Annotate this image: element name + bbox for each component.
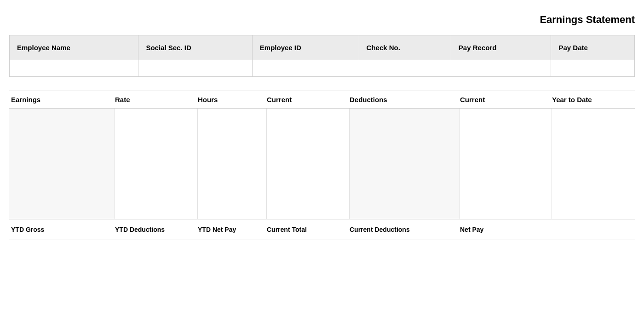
- current2-data-area: [460, 109, 552, 219]
- current2-column-header: Current: [460, 96, 552, 104]
- current-total-label: Current Total: [267, 226, 350, 233]
- earnings-column-header: Earnings: [9, 96, 115, 104]
- summary-empty: [552, 226, 635, 233]
- employee-name-value: [10, 60, 138, 77]
- header-employee-id: Employee ID: [252, 35, 359, 60]
- pay-record-value: [451, 60, 551, 77]
- page-title: Earnings Statement: [540, 14, 635, 26]
- header-table: Employee Name Social Sec. ID Employee ID…: [9, 35, 635, 77]
- hours-column-header: Hours: [198, 96, 267, 104]
- section-header-row: Earnings Rate Hours Current Deductions C…: [9, 91, 635, 109]
- deductions-data-area: [350, 109, 460, 219]
- header-employee-name: Employee Name: [10, 35, 138, 60]
- hours-data-area: [198, 109, 267, 219]
- deductions-column-header: Deductions: [350, 96, 460, 104]
- data-rows-area: [9, 109, 635, 219]
- social-sec-id-value: [138, 60, 252, 77]
- current-data-area: [267, 109, 350, 219]
- header-pay-record: Pay Record: [451, 35, 551, 60]
- ytd-data-area: [552, 109, 635, 219]
- rate-column-header: Rate: [115, 96, 198, 104]
- current-column-header: Current: [267, 96, 350, 104]
- summary-row: YTD Gross YTD Deductions YTD Net Pay Cur…: [9, 219, 635, 240]
- earnings-data-area: [9, 109, 115, 219]
- ytd-deductions-label: YTD Deductions: [115, 226, 198, 233]
- page-container: Earnings Statement Employee Name Social …: [0, 0, 644, 249]
- employee-id-value: [252, 60, 359, 77]
- ytd-gross-label: YTD Gross: [9, 226, 115, 233]
- header-social-sec-id: Social Sec. ID: [138, 35, 252, 60]
- pay-date-value: [551, 60, 635, 77]
- ytd-column-header: Year to Date: [552, 96, 635, 104]
- header-check-no: Check No.: [359, 35, 451, 60]
- ytd-net-pay-label: YTD Net Pay: [198, 226, 267, 233]
- check-no-value: [359, 60, 451, 77]
- net-pay-label: Net Pay: [460, 226, 552, 233]
- title-row: Earnings Statement: [9, 9, 635, 35]
- current-deductions-label: Current Deductions: [350, 226, 460, 233]
- main-section: Earnings Rate Hours Current Deductions C…: [9, 91, 635, 240]
- rate-data-area: [115, 109, 198, 219]
- header-pay-date: Pay Date: [551, 35, 635, 60]
